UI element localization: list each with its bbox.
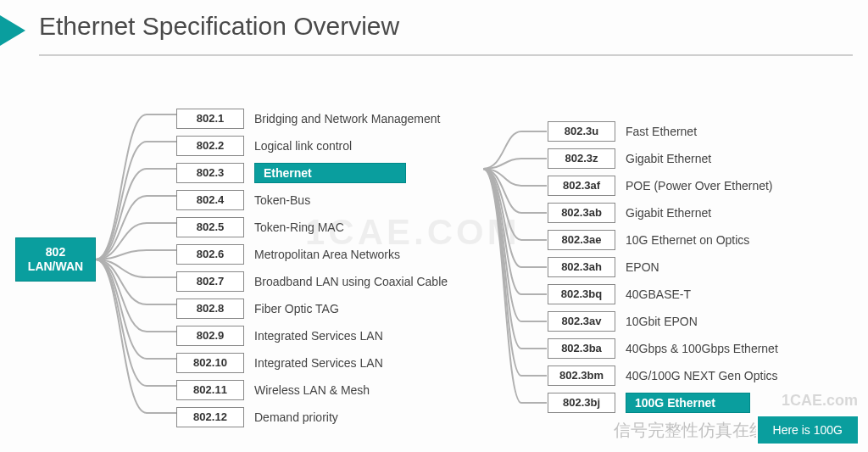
watermark-bottom: 信号完整性仿真在线 bbox=[614, 419, 766, 442]
spec-code-box: 802.9 bbox=[176, 326, 244, 346]
root-line2: LAN/WAN bbox=[16, 259, 95, 274]
spec-label: Fiber Optic TAG bbox=[254, 302, 339, 315]
spec-label: Fast Ethernet bbox=[626, 125, 697, 138]
spec-row: 802.3abGigabit Ethernet bbox=[548, 200, 778, 226]
spec-row: 802.3zGigabit Ethernet bbox=[548, 146, 778, 171]
spec-label: 40Gbps & 100Gbps Ethernet bbox=[626, 342, 778, 355]
spec-row: 802.3ahEPON bbox=[548, 254, 778, 280]
spec-label: Gigabit Ethernet bbox=[626, 152, 711, 165]
spec-row: 802.2Logical link control bbox=[176, 133, 448, 159]
spec-code-box: 802.11 bbox=[176, 380, 244, 400]
spec-label: Token-Ring MAC bbox=[254, 220, 344, 234]
spec-label: Demand priority bbox=[254, 410, 338, 424]
spec-row: 802.11Wireless LAN & Mesh bbox=[176, 377, 448, 403]
spec-code-box: 802.3z bbox=[548, 148, 615, 169]
spec-row: 802.7Broadband LAN using Coaxial Cable bbox=[176, 269, 448, 294]
spec-code-box: 802.3ae bbox=[548, 230, 615, 250]
spec-row: 802.9Integrated Services LAN bbox=[176, 323, 448, 349]
spec-row: 802.3bm40G/100G NEXT Gen Optics bbox=[548, 363, 778, 388]
spec-code-box: 802.5 bbox=[176, 217, 244, 237]
root-standard-box: 802 LAN/WAN bbox=[15, 237, 96, 282]
title-accent-triangle bbox=[0, 15, 25, 46]
spec-code-box: 802.3bj bbox=[548, 393, 615, 413]
spec-label: Bridging and Network Management bbox=[254, 112, 440, 126]
ieee-802-standards-column: 802.1Bridging and Network Management802.… bbox=[176, 106, 448, 432]
spec-code-box: 802.2 bbox=[176, 136, 244, 156]
spec-label: Gigabit Ethernet bbox=[626, 206, 711, 220]
spec-row: 802.3afPOE (Power Over Ethernet) bbox=[548, 173, 778, 198]
spec-label: 40GBASE-T bbox=[626, 287, 691, 301]
spec-row: 802.3ae10G Ethernet on Optics bbox=[548, 227, 778, 253]
spec-row: 802.3bj100G Ethernet bbox=[548, 390, 778, 416]
spec-code-box: 802.7 bbox=[176, 271, 244, 292]
spec-code-box: 802.3av bbox=[548, 311, 615, 332]
spec-code-box: 802.10 bbox=[176, 353, 244, 373]
spec-code-box: 802.3u bbox=[548, 121, 615, 142]
spec-row: 802.8Fiber Optic TAG bbox=[176, 296, 448, 321]
spec-code-box: 802.4 bbox=[176, 190, 244, 210]
spec-code-box: 802.6 bbox=[176, 244, 244, 265]
spec-row: 802.3Ethernet bbox=[176, 160, 448, 186]
highlight-callout: Here is 100G bbox=[756, 415, 860, 445]
slide-title: Ethernet Specification Overview bbox=[39, 12, 399, 41]
spec-label: Integrated Services LAN bbox=[254, 356, 383, 370]
ethernet-connector bbox=[483, 114, 551, 428]
title-underline bbox=[39, 54, 853, 56]
spec-label: 40G/100G NEXT Gen Optics bbox=[626, 369, 778, 382]
spec-row: 802.3bq40GBASE-T bbox=[548, 282, 778, 307]
spec-code-box: 802.3ab bbox=[548, 203, 615, 223]
spec-label: 10G Ethernet on Optics bbox=[626, 233, 749, 247]
spec-code-box: 802.3ba bbox=[548, 338, 615, 359]
spec-label: 10Gbit EPON bbox=[626, 315, 698, 328]
spec-code-box: 802.8 bbox=[176, 299, 244, 319]
watermark-right: 1CAE.com bbox=[782, 392, 858, 410]
spec-label-highlighted: 100G Ethernet bbox=[626, 393, 750, 413]
spec-label: POE (Power Over Ethernet) bbox=[626, 179, 773, 193]
root-connector bbox=[96, 102, 181, 441]
spec-row: 802.3ba40Gbps & 100Gbps Ethernet bbox=[548, 336, 778, 361]
spec-code-box: 802.3af bbox=[548, 176, 615, 196]
spec-row: 802.6Metropolitan Area Networks bbox=[176, 242, 448, 267]
spec-label-highlighted: Ethernet bbox=[254, 163, 406, 183]
spec-label: Broadband LAN using Coaxial Cable bbox=[254, 275, 448, 288]
spec-code-box: 802.3ah bbox=[548, 257, 615, 277]
spec-label: Logical link control bbox=[254, 139, 352, 153]
root-line1: 802 bbox=[16, 245, 95, 259]
spec-row: 802.3uFast Ethernet bbox=[548, 119, 778, 144]
spec-row: 802.4Token-Bus bbox=[176, 187, 448, 213]
spec-code-box: 802.1 bbox=[176, 109, 244, 129]
spec-row: 802.3av10Gbit EPON bbox=[548, 309, 778, 334]
spec-label: Integrated Services LAN bbox=[254, 329, 383, 343]
spec-row: 802.10Integrated Services LAN bbox=[176, 350, 448, 376]
spec-label: Metropolitan Area Networks bbox=[254, 248, 400, 261]
spec-row: 802.1Bridging and Network Management bbox=[176, 106, 448, 131]
spec-row: 802.5Token-Ring MAC bbox=[176, 215, 448, 240]
spec-code-box: 802.3bq bbox=[548, 284, 615, 304]
spec-code-box: 802.3 bbox=[176, 163, 244, 183]
ieee-802-3-substandards-column: 802.3uFast Ethernet802.3zGigabit Etherne… bbox=[548, 119, 778, 417]
spec-code-box: 802.3bm bbox=[548, 366, 615, 386]
spec-label: Token-Bus bbox=[254, 193, 310, 207]
spec-row: 802.12Demand priority bbox=[176, 405, 448, 430]
spec-code-box: 802.12 bbox=[176, 407, 244, 427]
spec-label: Wireless LAN & Mesh bbox=[254, 383, 370, 397]
spec-label: EPON bbox=[626, 260, 659, 274]
